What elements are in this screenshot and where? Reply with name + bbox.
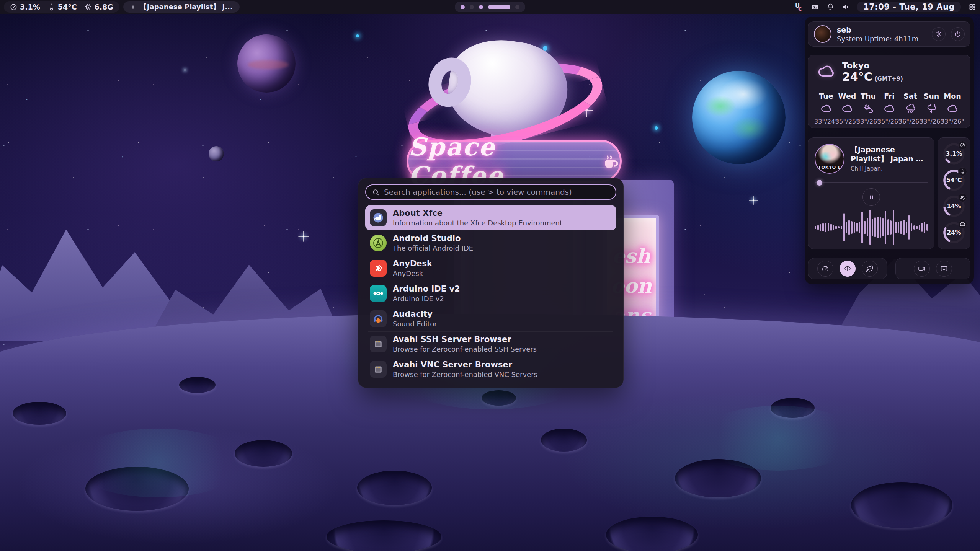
divider bbox=[815, 88, 964, 88]
music-player-card: TOKYO L 【Japanese Playlist】 Japan All Ni… bbox=[808, 137, 934, 249]
gear-icon bbox=[935, 31, 942, 37]
tray-indicator-icon[interactable]: Uc bbox=[795, 2, 804, 11]
system-gauges-card: 3.1% 54°C 14% 24% bbox=[938, 137, 970, 249]
workspace-dot-3[interactable] bbox=[479, 5, 483, 9]
visualizer-bar bbox=[890, 220, 892, 235]
visualizer-bar bbox=[908, 215, 910, 240]
search-icon bbox=[372, 189, 379, 196]
visualizer-bar bbox=[833, 225, 835, 230]
pause-icon bbox=[868, 194, 875, 201]
rain-icon bbox=[905, 104, 916, 114]
visualizer-bar bbox=[859, 222, 861, 233]
cloud-icon bbox=[816, 64, 836, 81]
visualizer-bar bbox=[903, 220, 905, 235]
app-row-audacity[interactable]: Audacity Sound Editor bbox=[365, 306, 616, 331]
cpu-usage-stat: 3.1% bbox=[10, 3, 40, 11]
space-coffee-sign: Space Coffee bbox=[407, 140, 622, 183]
visualizer-bar bbox=[830, 224, 832, 231]
visualizer-bar bbox=[893, 210, 894, 245]
gauge-icon bbox=[10, 3, 17, 11]
workspace-indicator[interactable] bbox=[455, 2, 525, 12]
progress-thumb[interactable] bbox=[817, 180, 822, 186]
app-grid-icon[interactable] bbox=[969, 3, 976, 11]
app-name: Android Studio bbox=[393, 234, 473, 243]
workspace-dot-4-active[interactable] bbox=[488, 5, 510, 9]
memory-value: 6.8G bbox=[95, 3, 113, 11]
visualizer-bar bbox=[921, 223, 923, 232]
track-artist: Chill Japan. bbox=[851, 165, 928, 172]
blue-star bbox=[655, 126, 658, 130]
anydesk-logo-icon bbox=[370, 260, 387, 277]
screen-record-button[interactable] bbox=[914, 261, 930, 277]
search-input[interactable] bbox=[384, 187, 609, 197]
now-playing-pill[interactable]: 【Japanese Playlist】 J... bbox=[123, 1, 240, 13]
speedometer-icon bbox=[822, 265, 829, 272]
playback-progress[interactable] bbox=[815, 180, 928, 185]
screenshot-button[interactable] bbox=[936, 261, 952, 277]
audio-visualizer bbox=[815, 209, 928, 246]
temperature-stat: 54°C bbox=[48, 3, 77, 11]
cpu-gauge: 3.1% bbox=[942, 142, 966, 166]
visualizer-bar bbox=[815, 226, 816, 229]
app-row-avahi-vnc[interactable]: Avahi VNC Server Browser Browse for Zero… bbox=[365, 357, 616, 382]
system-uptime: System Uptime: 4h11m bbox=[837, 35, 926, 43]
pause-button[interactable] bbox=[862, 188, 880, 206]
notifications-bell-icon[interactable] bbox=[826, 3, 834, 11]
app-row-android-studio[interactable]: Android Studio The official Android IDE bbox=[365, 230, 616, 256]
visualizer-bar bbox=[825, 223, 826, 232]
forecast-day: Fri 35°/26° bbox=[879, 92, 899, 125]
visualizer-bar bbox=[848, 220, 850, 235]
app-row-avahi-ssh[interactable]: Avahi SSH Server Browser Browse for Zero… bbox=[365, 331, 616, 357]
app-name: About Xfce bbox=[393, 209, 562, 218]
app-description: AnyDesk bbox=[393, 269, 432, 277]
settings-button[interactable] bbox=[932, 27, 946, 41]
app-row-about-xfce[interactable]: About Xfce Information about the Xfce De… bbox=[365, 205, 616, 230]
top-panel: 3.1% 54°C 6.8G 【Japanese Playlist】 J... bbox=[0, 0, 980, 14]
clock-pill[interactable]: 17:09 - Tue, 19 Aug bbox=[857, 2, 961, 12]
app-row-arduino-ide[interactable]: Arduino IDE v2 Arduino IDE v2 bbox=[365, 281, 616, 306]
workspace-dot-2[interactable] bbox=[470, 5, 474, 9]
visualizer-bar bbox=[895, 222, 897, 233]
scales-icon bbox=[844, 265, 851, 272]
chip-icon bbox=[85, 3, 92, 11]
app-row-anydesk[interactable]: AnyDesk AnyDesk bbox=[365, 256, 616, 281]
clock-text: 17:09 - Tue, 19 Aug bbox=[863, 2, 955, 11]
app-description: Browse for Zeroconf-enabled SSH Servers bbox=[393, 345, 537, 353]
app-name: Avahi VNC Server Browser bbox=[393, 360, 537, 369]
visualizer-bar bbox=[872, 219, 874, 236]
forecast-day: Sun 33°/26° bbox=[921, 92, 941, 125]
temperature-value: 54°C bbox=[58, 3, 77, 11]
power-saver-mode-button[interactable] bbox=[862, 261, 878, 277]
performance-mode-button[interactable] bbox=[817, 261, 833, 277]
planet-earth bbox=[692, 71, 786, 164]
wallpaper-icon[interactable] bbox=[811, 3, 819, 11]
screenshot-icon bbox=[940, 265, 948, 272]
workspace-dot-1[interactable] bbox=[461, 5, 465, 9]
app-name: Audacity bbox=[393, 310, 437, 319]
app-launcher: About Xfce Information about the Xfce De… bbox=[358, 178, 624, 388]
arduino-logo-icon bbox=[370, 285, 387, 302]
bright-star bbox=[184, 69, 186, 71]
album-art[interactable]: TOKYO L bbox=[815, 144, 844, 174]
visualizer-bar bbox=[898, 222, 899, 233]
side-panel: seb System Uptime: 4h11m Tokyo 24°C(GMT+… bbox=[805, 17, 974, 284]
power-button[interactable] bbox=[951, 27, 965, 41]
temperature-gauge: 54°C bbox=[942, 168, 966, 192]
volume-icon[interactable] bbox=[842, 3, 849, 11]
pause-icon bbox=[130, 4, 136, 10]
launcher-search-bar[interactable] bbox=[365, 184, 616, 200]
avatar[interactable] bbox=[814, 25, 831, 43]
visualizer-bar bbox=[841, 226, 842, 229]
power-profile-group bbox=[808, 258, 887, 279]
visualizer-bar bbox=[911, 223, 912, 231]
visualizer-bar bbox=[864, 221, 866, 234]
disk-gauge: 24% bbox=[942, 221, 966, 245]
app-name: AnyDesk bbox=[393, 259, 432, 268]
workspace-dot-5[interactable] bbox=[515, 5, 519, 9]
weather-city: Tokyo bbox=[842, 61, 903, 70]
balanced-mode-button[interactable] bbox=[840, 261, 856, 277]
visualizer-bar bbox=[843, 213, 845, 241]
app-description: The official Android IDE bbox=[393, 244, 473, 252]
visualizer-bar bbox=[820, 224, 822, 231]
network-jack-icon bbox=[370, 336, 387, 352]
